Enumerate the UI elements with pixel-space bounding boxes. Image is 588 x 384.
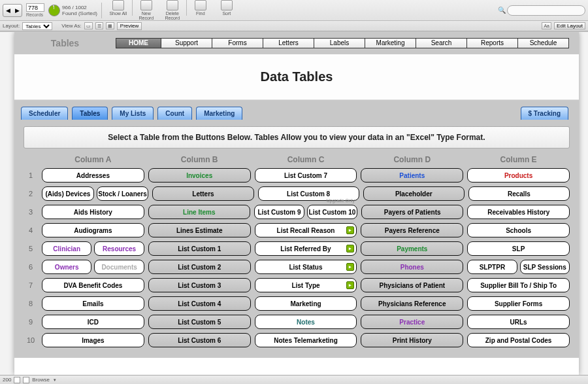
nav-schedule[interactable]: Schedule [518, 38, 569, 48]
viewas-table-icon[interactable]: ▦ [106, 22, 114, 29]
table-button-slp[interactable]: SLP [467, 241, 570, 256]
edit-layout-button[interactable]: Edit Layout [554, 22, 585, 29]
tab-tables[interactable]: Tables [72, 107, 108, 120]
preview-button[interactable]: Preview [117, 22, 142, 30]
record-counter: Records [26, 3, 44, 17]
table-button-patients[interactable]: Patients [361, 168, 463, 183]
table-button-payments[interactable]: Payments [361, 241, 463, 256]
nav-support[interactable]: Support [161, 38, 212, 48]
table-button-list-custom-7[interactable]: List Custom 7 [255, 168, 357, 183]
table-row: 7DVA Benefit CodesList Custom 3List Type… [24, 278, 570, 292]
tab-scheduler[interactable]: Scheduler [21, 107, 68, 120]
status-zoom-icon[interactable] [14, 377, 20, 383]
nav-search[interactable]: Search [416, 38, 467, 48]
table-button-icd[interactable]: ICD [42, 315, 144, 329]
table-button-payers-reference[interactable]: Payers Reference [361, 223, 463, 237]
table-button-supplier-forms[interactable]: Supplier Forms [467, 296, 570, 311]
table-button-list-custom-10[interactable]: List Custom 10 [307, 205, 357, 219]
table-button-urls[interactable]: URLs [467, 315, 570, 329]
tab-my-lists[interactable]: My Lists [112, 107, 154, 120]
table-button-list-custom-9[interactable]: List Custom 9 [254, 205, 304, 219]
table-button-notes[interactable]: Notes [255, 315, 357, 329]
table-button-marketing[interactable]: Marketing [255, 296, 357, 311]
table-button-slptpr[interactable]: SLPTPR [467, 260, 517, 274]
section-label: Tables [14, 38, 116, 48]
nav-forms[interactable]: Forms [212, 38, 263, 48]
tab-marketing[interactable]: Marketing [196, 107, 242, 120]
table-button-supplier-bill-to-ship-to[interactable]: Supplier Bill To / Ship To [467, 278, 570, 292]
nav-marketing[interactable]: Marketing [365, 38, 416, 48]
table-button-list-type[interactable]: List Type▸ [255, 278, 357, 292]
viewas-list-icon[interactable]: ☰ [95, 22, 103, 29]
found-count: 966 / 1002 [62, 5, 97, 10]
status-chevron-icon[interactable]: ▾ [54, 377, 56, 383]
table-button-owners[interactable]: Owners [42, 260, 91, 274]
record-prev-button[interactable]: ◀ [3, 5, 12, 16]
nav-labels[interactable]: Labels [314, 38, 365, 48]
table-button-list-custom-3[interactable]: List Custom 3 [148, 278, 251, 292]
toolbar-sort-button[interactable]: Sort [214, 0, 239, 20]
toolbar-find-button[interactable]: Find [188, 0, 213, 20]
table-button-emails[interactable]: Emails [42, 296, 144, 311]
table-button-addresses[interactable]: Addresses [42, 168, 144, 183]
table-button-invoices[interactable]: Invoices [148, 168, 251, 183]
table-button-schools[interactable]: Schools [467, 223, 570, 237]
table-button-resources[interactable]: Resources [94, 241, 144, 256]
table-button-clinician[interactable]: Clinician [42, 241, 91, 256]
table-button-list-custom-1[interactable]: List Custom 1 [148, 241, 251, 256]
table-button-list-custom-4[interactable]: List Custom 4 [148, 296, 251, 311]
table-button-payers-of-patients[interactable]: Payers of Patients [361, 205, 464, 219]
table-button-placeholder[interactable]: Placeholder [363, 186, 465, 201]
record-number-input[interactable] [26, 3, 44, 12]
column-header: Column B [148, 155, 251, 164]
table-button-receivables-history[interactable]: Receivables History [467, 205, 570, 219]
search-icon: 🔍 [498, 7, 506, 14]
nav-home[interactable]: HOME [116, 38, 161, 48]
table-row: 8EmailsList Custom 4MarketingPhysicians … [24, 296, 570, 311]
main-panel: Tables HOMESupportFormsLettersLabelsMark… [14, 32, 579, 375]
toolbar-new-record-button[interactable]: New Record [134, 0, 159, 20]
record-next-button[interactable]: ▶ [12, 5, 22, 16]
nav-reports[interactable]: Reports [467, 38, 518, 48]
tab-count[interactable]: Count [157, 107, 192, 120]
formatting-button[interactable]: Aa [542, 22, 551, 29]
table-button-letters[interactable]: Letters [152, 186, 253, 201]
table-button-images[interactable]: Images [42, 333, 144, 347]
table-button-recalls[interactable]: Recalls [468, 186, 570, 201]
table-button-slp-sessions[interactable]: SLP Sessions [520, 260, 570, 274]
table-button-phones[interactable]: Phones [361, 260, 463, 274]
table-button-list-custom-2[interactable]: List Custom 2 [148, 260, 251, 274]
table-button-documents[interactable]: Documents [94, 260, 144, 274]
table-button-physicians-of-patient[interactable]: Physicians of Patient [361, 278, 463, 292]
search-input[interactable] [507, 5, 585, 16]
table-button-practice[interactable]: Practice [361, 315, 463, 329]
layout-select[interactable]: Tables [22, 22, 52, 30]
table-button-zip-and-postal-codes[interactable]: Zip and Postal Codes [467, 333, 570, 347]
nav-letters[interactable]: Letters [263, 38, 314, 48]
table-button-list-status[interactable]: List Status▸ [255, 260, 357, 274]
table-button-products[interactable]: Products [467, 168, 570, 183]
toolbar-delete-record-button[interactable]: Delete Record [160, 0, 185, 20]
table-button-dva-benefit-codes[interactable]: DVA Benefit Codes [42, 278, 144, 292]
title-band: Data Tables [14, 54, 579, 100]
toolbar-show-all-button[interactable]: Show All [106, 0, 131, 20]
table-button-physicians-reference[interactable]: Physicians Reference [361, 296, 463, 311]
table-button-lines-estimate[interactable]: Lines Estimate [148, 223, 251, 237]
table-button-stock-loaners[interactable]: Stock / Loaners [97, 186, 149, 201]
layout-label: Layout: [3, 23, 20, 29]
table-button-list-custom-6[interactable]: List Custom 6 [148, 333, 251, 347]
table-button-aids-history[interactable]: Aids History [42, 205, 144, 219]
table-button-print-history[interactable]: Print History [361, 333, 463, 347]
row-number: 3 [24, 205, 38, 219]
tab-tracking[interactable]: $ Tracking [521, 107, 568, 120]
table-button-list-recall-reason[interactable]: List Recall Reason▸ [255, 223, 357, 237]
table-button-list-referred-by[interactable]: List Referred By▸ [255, 241, 357, 256]
table-button-list-custom-5[interactable]: List Custom 5 [148, 315, 251, 329]
viewas-form-icon[interactable]: ▭ [84, 22, 93, 29]
table-button-notes-telemarketing[interactable]: Notes Telemarketing [255, 333, 357, 347]
table-button-audiograms[interactable]: Audiograms [42, 223, 144, 237]
table-button--aids-devices[interactable]: (Aids) Devices [42, 186, 94, 201]
table-button-line-items[interactable]: Line Items [148, 205, 251, 219]
row-number: 8 [24, 296, 38, 311]
status-view-icon[interactable] [23, 377, 29, 383]
